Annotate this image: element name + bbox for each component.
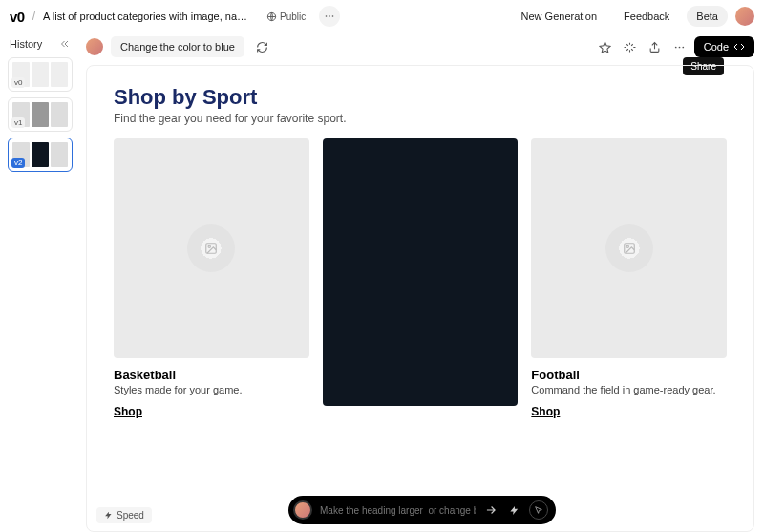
share-button[interactable] — [645, 36, 666, 57]
prompt-input[interactable] — [320, 505, 476, 516]
new-generation-button[interactable]: New Generation — [512, 6, 607, 27]
svg-point-10 — [626, 245, 628, 247]
globe-icon — [266, 11, 277, 22]
input-avatar — [293, 500, 312, 520]
bolt-icon — [509, 505, 520, 516]
attach-button[interactable] — [529, 500, 548, 520]
prompt-avatar — [86, 38, 103, 55]
svg-point-1 — [326, 15, 328, 17]
beta-badge[interactable]: Beta — [687, 6, 728, 27]
svg-point-3 — [332, 15, 334, 17]
breadcrumb-separator: / — [32, 10, 35, 23]
sparkle-icon — [624, 41, 636, 53]
sidebar-collapse-button[interactable] — [59, 38, 71, 50]
prompt-text: Change the color to blue — [111, 36, 244, 57]
star-icon — [599, 41, 611, 53]
sidebar-title: History — [10, 38, 42, 50]
category-card — [323, 138, 519, 418]
speed-indicator[interactable]: Speed — [96, 507, 152, 523]
feedback-button[interactable]: Feedback — [614, 6, 679, 27]
arrow-right-icon — [484, 503, 498, 517]
prompt-input-bar — [288, 496, 556, 524]
code-icon — [733, 41, 745, 53]
project-menu-button[interactable] — [319, 6, 340, 27]
card-image-placeholder — [114, 138, 309, 358]
category-card: Football Command the field in game-ready… — [531, 138, 727, 418]
code-button[interactable]: Code — [694, 36, 754, 57]
logo[interactable]: v0 — [10, 9, 25, 25]
submit-button[interactable] — [483, 502, 499, 518]
image-icon — [204, 242, 218, 255]
card-image-placeholder — [531, 138, 727, 358]
visibility-badge[interactable]: Public — [261, 9, 311, 25]
history-item-v2[interactable]: v2 — [8, 138, 73, 172]
svg-point-4 — [675, 46, 677, 48]
card-shop-link[interactable]: Shop — [531, 405, 727, 418]
card-image-placeholder — [323, 138, 519, 406]
content-area: Change the color to blue Code Share Shop… — [80, 32, 764, 532]
image-icon — [623, 242, 636, 255]
category-card: Basketball Styles made for your game. Sh… — [114, 138, 309, 418]
svg-point-5 — [679, 46, 681, 48]
copy-button[interactable] — [620, 36, 641, 57]
fast-mode-button[interactable] — [506, 502, 521, 518]
card-description: Command the field in game-ready gear. — [531, 384, 727, 395]
svg-point-8 — [208, 245, 210, 247]
history-item-v1[interactable]: v1 — [8, 97, 73, 132]
card-name: Basketball — [114, 368, 309, 382]
regenerate-button[interactable] — [252, 36, 273, 57]
cursor-icon — [534, 505, 543, 515]
history-sidebar: History v0 v1 v2 — [0, 32, 80, 532]
card-description: Styles made for your game. — [114, 384, 309, 395]
svg-point-6 — [683, 46, 685, 48]
user-avatar[interactable] — [735, 7, 754, 26]
share-icon — [648, 41, 661, 53]
card-shop-link[interactable]: Shop — [114, 405, 309, 418]
favorite-button[interactable] — [595, 36, 616, 57]
generation-subtitle: Find the gear you need for your favorite… — [114, 112, 727, 125]
bolt-icon — [104, 511, 113, 520]
generation-title: Shop by Sport — [114, 85, 727, 110]
history-item-v0[interactable]: v0 — [8, 57, 73, 92]
chevron-left-icon — [59, 38, 71, 50]
dots-icon — [324, 11, 335, 22]
refresh-icon — [256, 41, 268, 53]
generation-canvas: Shop by Sport Find the gear you need for… — [86, 65, 754, 532]
project-title[interactable]: A list of product categories with image,… — [43, 11, 253, 22]
more-actions-button[interactable] — [669, 36, 690, 57]
dots-icon — [673, 41, 686, 53]
svg-point-2 — [329, 15, 330, 17]
top-bar: v0 / A list of product categories with i… — [0, 0, 764, 32]
card-name: Football — [531, 368, 727, 382]
